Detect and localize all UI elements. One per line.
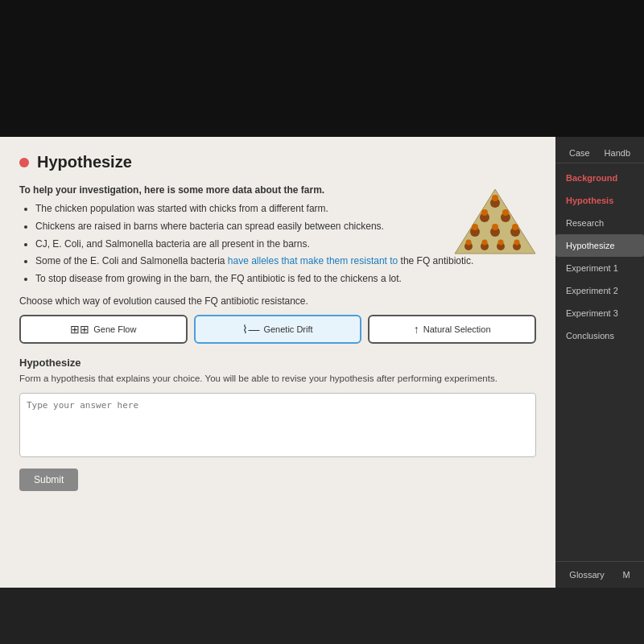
svg-point-4: [481, 209, 488, 216]
svg-point-10: [492, 224, 498, 230]
hypothesis-textarea[interactable]: [19, 393, 536, 457]
top-bar: [0, 0, 644, 137]
hypothesize-title: Hypothesize: [19, 357, 536, 369]
svg-point-20: [514, 240, 520, 246]
natural-selection-icon: ↑: [414, 323, 419, 336]
m-button[interactable]: M: [622, 570, 630, 580]
section-header: Hypothesize: [19, 153, 536, 171]
sidebar-item-hypothesize[interactable]: Hypothesize: [555, 234, 644, 257]
hypothesize-section: Hypothesize Form a hypothesis that expla…: [19, 357, 536, 491]
svg-point-8: [472, 224, 478, 230]
sidebar: Case Handb Background Hypothesis Researc…: [555, 137, 644, 588]
sidebar-item-experiment3[interactable]: Experiment 3: [555, 302, 644, 324]
svg-point-6: [502, 209, 509, 216]
svg-point-2: [492, 195, 498, 201]
chicken-diagram: [451, 185, 539, 258]
gene-flow-label: Gene Flow: [93, 324, 136, 334]
sidebar-handb-item[interactable]: Handb: [605, 148, 630, 158]
glossary-button[interactable]: Glossary: [569, 570, 604, 580]
content-panel: Hypothesize: [0, 137, 555, 588]
sidebar-item-experiment2[interactable]: Experiment 2: [555, 279, 644, 302]
svg-point-16: [482, 240, 488, 246]
bullet-item: To stop disease from growing in the barn…: [35, 272, 536, 286]
hypothesize-desc: Form a hypothesis that explains your cho…: [19, 372, 536, 385]
sidebar-item-conclusions[interactable]: Conclusions: [555, 324, 644, 347]
sidebar-case-item[interactable]: Case: [569, 148, 590, 158]
gene-flow-icon: ⊞⊞: [70, 323, 89, 336]
natural-selection-label: Natural Selection: [423, 324, 491, 334]
svg-point-12: [512, 224, 518, 230]
sidebar-item-experiment1[interactable]: Experiment 1: [555, 257, 644, 279]
genetic-drift-label: Genetic Drift: [263, 324, 312, 334]
genetic-drift-icon: ⌇—: [242, 323, 259, 336]
submit-button[interactable]: Submit: [19, 469, 78, 491]
header-dot: [19, 158, 29, 167]
natural-selection-button[interactable]: ↑ Natural Selection: [368, 315, 536, 344]
svg-point-18: [498, 240, 504, 246]
bottom-bar: [0, 588, 644, 644]
gene-flow-button[interactable]: ⊞⊞ Gene Flow: [19, 315, 188, 344]
sidebar-top-row: Case Handb: [555, 143, 644, 163]
evolution-choices: ⊞⊞ Gene Flow ⌇— Genetic Drift ↑ Natural …: [19, 315, 536, 344]
genetic-drift-button[interactable]: ⌇— Genetic Drift: [194, 315, 362, 344]
sidebar-item-hypothesis[interactable]: Hypothesis: [555, 189, 644, 212]
sidebar-item-research[interactable]: Research: [555, 212, 644, 234]
choice-label: Choose which way of evolution caused the…: [19, 295, 536, 307]
main-area: Hypothesize: [0, 137, 644, 588]
sidebar-item-background[interactable]: Background: [555, 167, 644, 189]
section-title: Hypothesize: [37, 153, 132, 171]
svg-point-14: [466, 240, 472, 246]
sidebar-bottom-row: Glossary M: [555, 561, 644, 588]
